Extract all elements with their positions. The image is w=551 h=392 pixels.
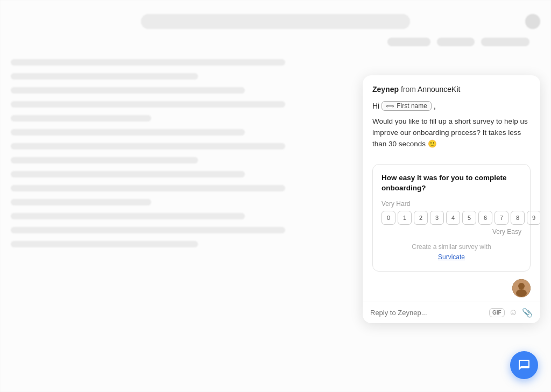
nps-5[interactable]: 5 [462, 211, 476, 225]
nps-8[interactable]: 8 [511, 211, 525, 225]
nps-4[interactable]: 4 [446, 211, 460, 225]
svg-point-2 [516, 289, 527, 297]
reply-actions: GIF ☺ 📎 [489, 308, 533, 318]
nps-2[interactable]: 2 [414, 211, 428, 225]
attachment-icon[interactable]: 📎 [522, 308, 533, 318]
nps-scale: 0 1 2 3 4 5 6 7 8 9 10 [382, 211, 521, 225]
gif-button[interactable]: GIF [489, 308, 505, 317]
sender-name: Zeynep from AnnounceKit [372, 85, 531, 94]
bg-pill [387, 38, 430, 46]
bg-list-item [11, 185, 285, 191]
from-label: from [401, 85, 416, 94]
bg-avatar [525, 14, 540, 29]
nps-0[interactable]: 0 [382, 211, 395, 225]
chat-fab-icon [518, 359, 531, 372]
bg-list-item [11, 199, 151, 205]
code-icon: ⟺ [386, 103, 394, 110]
bg-top-bar [0, 11, 551, 32]
greeting-line: Hi ⟺ First name , [372, 101, 531, 111]
bg-list-item [11, 241, 198, 247]
survey-footer: Create a similar survey with Survicate [382, 242, 521, 262]
bg-list [11, 59, 323, 247]
reply-input[interactable] [370, 309, 485, 317]
svg-point-1 [518, 283, 525, 289]
message-text: Would you like to fill up a short survey… [372, 116, 531, 150]
bg-list-item [11, 115, 151, 122]
nps-1[interactable]: 1 [398, 211, 412, 225]
nps-9[interactable]: 9 [527, 211, 540, 225]
message-body: Hi ⟺ First name , Would you like to fill… [363, 101, 540, 164]
bg-pill [481, 38, 529, 46]
avatar-image [512, 279, 531, 297]
greeting-text: Hi [372, 102, 379, 110]
survey-label-easy: Very Easy [382, 228, 521, 236]
survey-card: How easy it was for you to complete onbo… [372, 164, 531, 272]
emoji-icon[interactable]: ☺ [509, 308, 518, 317]
bg-pill [437, 38, 475, 46]
bg-second-bar [0, 38, 551, 46]
nps-3[interactable]: 3 [430, 211, 444, 225]
survicate-link[interactable]: Survicate [382, 252, 521, 262]
nps-6[interactable]: 6 [478, 211, 492, 225]
bg-list-item [11, 73, 198, 80]
chat-avatar-row [363, 279, 540, 302]
bg-list-item [11, 227, 285, 233]
avatar [512, 279, 531, 297]
survey-footer-text: Create a similar survey with [412, 243, 491, 251]
bg-list-item [11, 87, 245, 94]
variable-tag: ⟺ First name [382, 101, 432, 111]
bg-list-item [11, 213, 245, 219]
survey-label-hard: Very Hard [382, 200, 521, 208]
chat-panel: Zeynep from AnnounceKit Hi ⟺ First name … [363, 75, 540, 323]
company-label: AnnounceKit [418, 85, 460, 94]
bg-list-item [11, 157, 198, 163]
nps-7[interactable]: 7 [495, 211, 508, 225]
chat-fab[interactable] [510, 351, 538, 379]
variable-label: First name [397, 102, 427, 110]
bg-list-item [11, 129, 245, 136]
comma-text: , [434, 102, 436, 110]
bg-search-bar [141, 14, 410, 29]
bg-list-item [11, 101, 285, 108]
sender-label: Zeynep [372, 85, 399, 94]
bg-list-item [11, 59, 285, 66]
survey-question: How easy it was for you to complete onbo… [382, 173, 521, 194]
bg-list-item [11, 143, 285, 149]
bg-list-item [11, 171, 245, 177]
reply-bar: GIF ☺ 📎 [363, 302, 540, 323]
chat-header: Zeynep from AnnounceKit [363, 75, 540, 101]
